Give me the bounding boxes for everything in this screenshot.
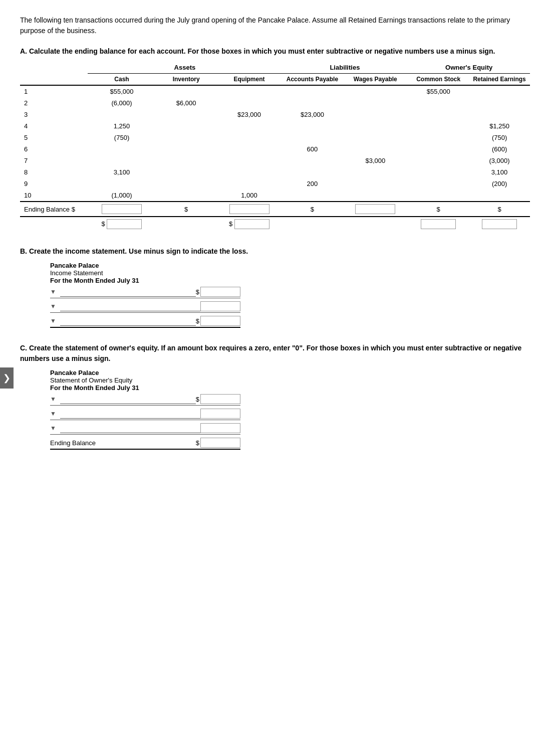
accounting-table: Assets Liabilities Owner's Equity Cash I… bbox=[20, 62, 530, 231]
cell-re-9: (200) bbox=[469, 178, 530, 190]
equity-row-1: ▼ $ bbox=[50, 394, 240, 406]
cell-num-8: 8 bbox=[20, 166, 88, 178]
dropdown-arrow-3[interactable]: ▼ bbox=[50, 317, 60, 324]
income-label-1[interactable] bbox=[60, 287, 196, 297]
table-row: 1$55,000$55,000 bbox=[20, 85, 530, 97]
cell-ap-3: $23,000 bbox=[282, 109, 343, 120]
income-value-2[interactable] bbox=[200, 301, 240, 311]
ending-wp-input[interactable] bbox=[355, 204, 395, 214]
ending-ap-cell: $ bbox=[282, 202, 343, 217]
income-company-name: Pancake Palace bbox=[50, 262, 530, 269]
table-row: 5(750)(750) bbox=[20, 132, 530, 143]
cs-input-cell bbox=[408, 217, 469, 231]
cell-ap-10 bbox=[282, 190, 343, 202]
ending-cs-input[interactable] bbox=[421, 219, 456, 229]
equity-statement-title: Pancake Palace Statement of Owner's Equi… bbox=[50, 369, 530, 392]
cell-inventory-3 bbox=[156, 109, 217, 120]
equity-ending-input[interactable] bbox=[200, 438, 240, 448]
inv-input-cell: $ bbox=[88, 217, 155, 231]
ending-inv-input[interactable] bbox=[107, 219, 142, 229]
equity-label-3[interactable] bbox=[60, 423, 200, 433]
section-b: B. Create the income statement. Use minu… bbox=[20, 246, 530, 328]
section-c-header-text: C. Create the statement of owner's equit… bbox=[20, 344, 521, 362]
cell-cash-8: 3,100 bbox=[88, 166, 155, 178]
cell-re-10 bbox=[469, 190, 530, 202]
equity-label-2[interactable] bbox=[60, 409, 200, 419]
equity-value-1[interactable] bbox=[200, 394, 240, 404]
table-row: 2(6,000)$6,000 bbox=[20, 97, 530, 109]
cell-re-5: (750) bbox=[469, 132, 530, 143]
cell-wp-6 bbox=[343, 143, 408, 155]
equity-company-name: Pancake Palace bbox=[50, 369, 530, 376]
dollar-sign-inv2: $ bbox=[102, 220, 105, 228]
section-a: A. Calculate the ending balance for each… bbox=[20, 46, 530, 231]
cell-ap-1 bbox=[282, 85, 343, 97]
cell-cash-6 bbox=[88, 143, 155, 155]
re-input-cell bbox=[469, 217, 530, 231]
income-stmt-name: Income Statement bbox=[50, 269, 530, 277]
ending-wp-cell[interactable] bbox=[343, 202, 408, 217]
ending-equip-cell[interactable] bbox=[217, 202, 282, 217]
equipment-header: Equipment bbox=[217, 74, 282, 86]
cell-cs-5 bbox=[408, 132, 469, 143]
nav-arrow[interactable]: ❯ bbox=[0, 367, 14, 389]
income-statement-form: ▼ $ ▼ ▼ $ bbox=[50, 287, 240, 328]
eb-dollar: $ bbox=[196, 439, 199, 447]
income-label-3[interactable] bbox=[60, 316, 196, 326]
eq-dropdown-3[interactable]: ▼ bbox=[50, 425, 60, 432]
table-row: 83,1003,100 bbox=[20, 166, 530, 178]
cell-num-10: 10 bbox=[20, 190, 88, 202]
equity-ending-row: Ending Balance $ bbox=[50, 438, 240, 450]
equity-value-3[interactable] bbox=[200, 423, 240, 433]
intro-text: The following ten transactions occurred … bbox=[20, 16, 510, 35]
cell-wp-8 bbox=[343, 166, 408, 178]
cell-equipment-1 bbox=[217, 85, 282, 97]
eq-dropdown-2[interactable]: ▼ bbox=[50, 410, 60, 417]
dropdown-arrow-2[interactable]: ▼ bbox=[50, 303, 60, 310]
income-label-2[interactable] bbox=[60, 301, 200, 311]
cell-cs-4 bbox=[408, 120, 469, 132]
empty-header bbox=[20, 62, 88, 74]
dollar-1: $ bbox=[196, 288, 199, 296]
equity-label-1[interactable] bbox=[60, 394, 196, 404]
dollar-sign-inv: $ bbox=[184, 206, 188, 213]
ending-re-input[interactable] bbox=[482, 219, 517, 229]
equity-value-2[interactable] bbox=[200, 409, 240, 419]
cell-equipment-10: 1,000 bbox=[217, 190, 282, 202]
income-row-1: ▼ $ bbox=[50, 287, 240, 298]
section-c: C. Create the statement of owner's equit… bbox=[20, 343, 530, 450]
cell-cash-5: (750) bbox=[88, 132, 155, 143]
cell-inventory-8 bbox=[156, 166, 217, 178]
cell-re-3 bbox=[469, 109, 530, 120]
assets-header: Assets bbox=[88, 62, 282, 74]
income-value-3[interactable] bbox=[200, 316, 240, 326]
section-a-header-text: A. Calculate the ending balance for each… bbox=[20, 47, 495, 55]
cell-wp-3 bbox=[343, 109, 408, 120]
cell-wp-9 bbox=[343, 178, 408, 190]
ending-cash-cell[interactable] bbox=[88, 202, 155, 217]
dropdown-arrow-1[interactable]: ▼ bbox=[50, 288, 60, 295]
ending-equip-input[interactable] bbox=[229, 204, 269, 214]
cell-cs-3 bbox=[408, 109, 469, 120]
cell-re-4: $1,250 bbox=[469, 120, 530, 132]
cell-num-4: 4 bbox=[20, 120, 88, 132]
table-row: 41,250$1,250 bbox=[20, 120, 530, 132]
eq-dropdown-1[interactable]: ▼ bbox=[50, 396, 60, 403]
cell-wp-2 bbox=[343, 97, 408, 109]
cell-cash-2: (6,000) bbox=[88, 97, 155, 109]
table-row: 3$23,000$23,000 bbox=[20, 109, 530, 120]
cell-inventory-1 bbox=[156, 85, 217, 97]
wp-header: Wages Payable bbox=[343, 74, 408, 86]
cell-inventory-5 bbox=[156, 132, 217, 143]
cell-cs-10 bbox=[408, 190, 469, 202]
ending-re-cell: $ bbox=[469, 202, 530, 217]
cell-cs-7 bbox=[408, 155, 469, 166]
cell-wp-1 bbox=[343, 85, 408, 97]
cell-num-6: 6 bbox=[20, 143, 88, 155]
ending-cash-input[interactable] bbox=[102, 204, 142, 214]
re-header: Retained Earnings bbox=[469, 74, 530, 86]
ending-balance-label: Ending Balance $ bbox=[20, 202, 88, 217]
income-value-1[interactable] bbox=[200, 287, 240, 297]
ending-ap-input[interactable] bbox=[234, 219, 269, 229]
ending-balance-row-2: $ $ bbox=[20, 217, 530, 231]
